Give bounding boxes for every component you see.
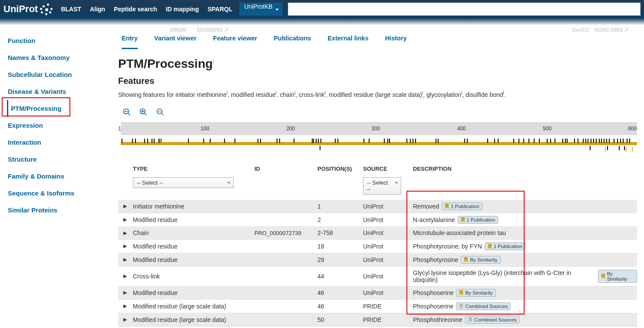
zoom-sequence-icon[interactable]: ATG [155, 108, 165, 118]
cell-position: 46 [317, 289, 363, 296]
cell-type: Modified residue [133, 256, 254, 263]
zoom-in-icon[interactable] [139, 108, 148, 118]
expand-icon[interactable]: ▶ [123, 273, 133, 279]
evidence-badge[interactable]: Combined Sources [456, 302, 511, 310]
ribbon-icon [488, 244, 492, 249]
source-filter-select[interactable]: -- Select -- [363, 177, 401, 195]
sidebar-item-disease-variants[interactable]: Disease & Variants [7, 83, 108, 100]
expand-icon[interactable]: ▶ [123, 203, 133, 209]
table-row: ▶Modified residue18UniProtPhosphotyrosin… [118, 240, 637, 253]
cell-type: Modified residue [133, 243, 254, 250]
col-source: SOURCE [363, 166, 413, 172]
cell-source: UniProt [363, 203, 413, 210]
evidence-badge[interactable]: 1 Publication [442, 202, 482, 210]
logo[interactable]: UniProt [3, 3, 54, 16]
cell-description: Phosphothreonine Combined Sources [413, 316, 637, 324]
faded-hgnc: HGNC:6893 [594, 27, 623, 33]
sidebar-item-similar-proteins[interactable]: Similar Proteins [7, 202, 108, 219]
tab-variant-viewer[interactable]: Variant viewer [154, 32, 197, 49]
faded-gencc: GenCC [572, 27, 590, 33]
cell-description: Phosphotyrosine By Similarity [413, 256, 637, 264]
sequence-ruler[interactable]: 1 100 200 300 400 500 600 [118, 122, 637, 151]
expand-icon[interactable]: ▶ [123, 317, 133, 322]
zoom-out-icon[interactable] [122, 108, 131, 118]
ribbon-icon [461, 217, 465, 222]
sidebar-item-expression[interactable]: Expression [7, 117, 108, 134]
sidebar-item-names-taxonomy[interactable]: Names & Taxonomy [7, 49, 108, 66]
evidence-badge[interactable]: By Similarity [461, 256, 500, 264]
cell-type: Modified residue (large scale data) [133, 316, 254, 323]
cell-description: Phosphoserine By Similarity [413, 289, 637, 297]
cell-source: UniProt [363, 243, 413, 250]
search-category-dropdown[interactable]: UniProtKB [239, 3, 282, 16]
cell-source: UniProt [363, 289, 413, 296]
table-row: ▶Initiator methionine1UniProtRemoved 1 P… [118, 200, 637, 213]
cell-source: UniProt [363, 229, 413, 236]
cell-position: 44 [317, 273, 363, 280]
nav-align[interactable]: Align [88, 6, 107, 13]
ribbon-icon [445, 204, 449, 209]
ribbon-icon [468, 317, 472, 322]
sidebar-item-function[interactable]: Function [7, 32, 108, 49]
main-content: DMDM 334302961 ↗ GenCC HGNC:6893 ↗ Entry… [111, 25, 644, 328]
cell-description: Microtubule-associated protein tau [413, 229, 637, 236]
tab-external-links[interactable]: External links [327, 32, 368, 49]
info-icon[interactable]: i [213, 59, 214, 65]
cell-id: PRO_0000072739 [254, 230, 317, 236]
cell-position: 18 [317, 243, 363, 250]
nav-peptide-search[interactable]: Peptide search [112, 6, 159, 13]
sidebar-item-structure[interactable]: Structure [7, 151, 108, 168]
evidence-badge[interactable]: By Similarity [598, 270, 637, 283]
tab-entry[interactable]: Entry [122, 32, 138, 49]
zoom-toolbar: ATG [118, 108, 637, 118]
cell-description: Phosphotyrosine; by FYN 1 Publication [413, 242, 637, 250]
cell-source: UniProt [363, 216, 413, 223]
expand-icon[interactable]: ▶ [123, 303, 133, 309]
evidence-badge[interactable]: 1 Publication [458, 216, 499, 224]
nav-sparql[interactable]: SPARQL [206, 6, 234, 13]
nav-id-mapping[interactable]: ID mapping [164, 6, 201, 13]
top-nav: UniProt BLAST Align Peptide search ID ma… [0, 0, 644, 18]
nav-blast[interactable]: BLAST [59, 6, 83, 13]
search-input[interactable] [288, 3, 641, 16]
cell-position: 50 [317, 316, 363, 323]
type-filter-select[interactable]: -- Select -- [133, 177, 234, 188]
evidence-badge[interactable]: By Similarity [456, 289, 495, 297]
sidebar-item-family-domains[interactable]: Family & Domains [7, 168, 108, 185]
expand-icon[interactable]: ▶ [123, 290, 133, 295]
cell-description: Removed 1 Publication [413, 202, 637, 210]
evidence-badge[interactable]: 1 Publication [485, 242, 525, 250]
col-type: TYPE [133, 166, 254, 172]
table-row: ▶Modified residue29UniProtPhosphotyrosin… [118, 253, 637, 267]
tab-feature-viewer[interactable]: Feature viewer [213, 32, 258, 49]
expand-icon[interactable]: ▶ [123, 230, 133, 236]
expand-icon[interactable]: ▶ [123, 257, 133, 262]
cell-description: Phosphoserine Combined Sources [413, 302, 637, 310]
cell-source: PRIDE [363, 303, 413, 310]
sidebar-item-interaction[interactable]: Interaction [7, 134, 108, 151]
expand-icon[interactable]: ▶ [123, 243, 133, 249]
sidebar-item-sequence-isoforms[interactable]: Sequence & Isoforms [7, 185, 108, 202]
sidebar-item-subcellular-location[interactable]: Subcellular Location [7, 66, 108, 83]
evidence-badge[interactable]: Combined Sources [465, 316, 520, 324]
logo-text: UniProt [3, 3, 38, 15]
table-row: ▶Modified residue (large scale data)56PR… [118, 327, 637, 328]
cell-type: Modified residue (large scale data) [133, 303, 254, 310]
tab-publications[interactable]: Publications [274, 32, 311, 49]
features-table: TYPE ID POSITION(S) SOURCE DESCRIPTION -… [118, 163, 637, 328]
cell-position: 2-758 [317, 229, 363, 236]
svg-line-4 [145, 113, 147, 115]
cell-position: 2 [317, 216, 363, 223]
page-title: PTM/Processingi [118, 57, 637, 71]
col-description: DESCRIPTION [413, 166, 637, 172]
table-row: ▶Modified residue (large scale data)46PR… [118, 300, 637, 313]
cell-source: UniProt [363, 273, 413, 280]
ribbon-icon [601, 274, 605, 279]
filter-row: -- Select -- -- Select -- [118, 176, 637, 200]
header-gradient [0, 18, 644, 25]
feature-track[interactable] [121, 136, 637, 151]
sidebar-item-ptm-processing[interactable]: PTM/Processing [7, 100, 108, 117]
tab-history[interactable]: History [385, 32, 407, 49]
expand-icon[interactable]: ▶ [123, 217, 133, 222]
cell-source: PRIDE [363, 316, 413, 323]
